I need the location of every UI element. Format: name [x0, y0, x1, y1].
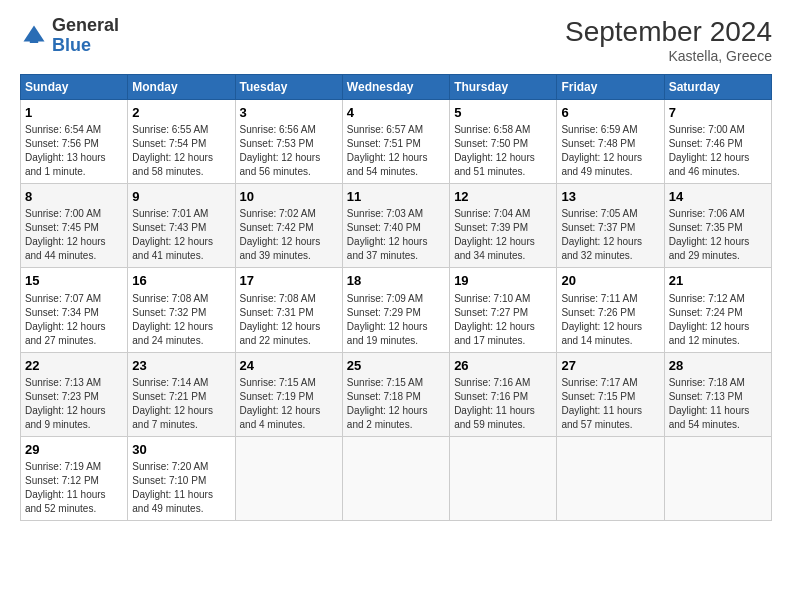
day-number: 21 — [669, 272, 767, 290]
day-info-line: and 14 minutes. — [561, 334, 659, 348]
day-info-line: Sunrise: 7:00 AM — [25, 207, 123, 221]
calendar-cell: 20Sunrise: 7:11 AMSunset: 7:26 PMDayligh… — [557, 268, 664, 352]
day-info-line: Daylight: 12 hours — [347, 320, 445, 334]
weekday-tuesday: Tuesday — [235, 75, 342, 100]
day-info-line: Daylight: 12 hours — [347, 151, 445, 165]
calendar-cell: 3Sunrise: 6:56 AMSunset: 7:53 PMDaylight… — [235, 100, 342, 184]
day-info-line: Sunrise: 6:55 AM — [132, 123, 230, 137]
calendar-week-row: 15Sunrise: 7:07 AMSunset: 7:34 PMDayligh… — [21, 268, 772, 352]
day-info-line: Sunrise: 7:00 AM — [669, 123, 767, 137]
weekday-row: SundayMondayTuesdayWednesdayThursdayFrid… — [21, 75, 772, 100]
calendar-cell: 6Sunrise: 6:59 AMSunset: 7:48 PMDaylight… — [557, 100, 664, 184]
day-number: 20 — [561, 272, 659, 290]
day-info-line: Sunrise: 7:06 AM — [669, 207, 767, 221]
day-info-line: Sunrise: 6:59 AM — [561, 123, 659, 137]
day-info-line: Sunset: 7:56 PM — [25, 137, 123, 151]
day-info-line: Sunrise: 6:58 AM — [454, 123, 552, 137]
day-info-line: Sunset: 7:23 PM — [25, 390, 123, 404]
day-info-line: Daylight: 12 hours — [132, 404, 230, 418]
weekday-monday: Monday — [128, 75, 235, 100]
day-info-line: Sunset: 7:35 PM — [669, 221, 767, 235]
day-info-line: Sunrise: 7:14 AM — [132, 376, 230, 390]
day-number: 10 — [240, 188, 338, 206]
day-number: 9 — [132, 188, 230, 206]
day-info-line: Sunset: 7:53 PM — [240, 137, 338, 151]
day-info-line: Sunset: 7:19 PM — [240, 390, 338, 404]
calendar-cell: 21Sunrise: 7:12 AMSunset: 7:24 PMDayligh… — [664, 268, 771, 352]
calendar-title: September 2024 — [565, 16, 772, 48]
day-info-line: Daylight: 12 hours — [561, 320, 659, 334]
calendar-cell: 17Sunrise: 7:08 AMSunset: 7:31 PMDayligh… — [235, 268, 342, 352]
calendar-cell: 30Sunrise: 7:20 AMSunset: 7:10 PMDayligh… — [128, 436, 235, 520]
day-info-line: and 49 minutes. — [561, 165, 659, 179]
day-info-line: and 52 minutes. — [25, 502, 123, 516]
day-info-line: Sunrise: 7:15 AM — [240, 376, 338, 390]
day-info-line: and 57 minutes. — [561, 418, 659, 432]
day-info-line: Daylight: 12 hours — [240, 151, 338, 165]
day-info-line: and 41 minutes. — [132, 249, 230, 263]
day-number: 11 — [347, 188, 445, 206]
day-info-line: Sunrise: 7:04 AM — [454, 207, 552, 221]
calendar-week-row: 29Sunrise: 7:19 AMSunset: 7:12 PMDayligh… — [21, 436, 772, 520]
day-info-line: Sunset: 7:16 PM — [454, 390, 552, 404]
day-info-line: Sunrise: 7:07 AM — [25, 292, 123, 306]
day-info-line: Sunrise: 7:11 AM — [561, 292, 659, 306]
day-info-line: Sunrise: 7:03 AM — [347, 207, 445, 221]
day-info-line: and 39 minutes. — [240, 249, 338, 263]
day-info-line: and 27 minutes. — [25, 334, 123, 348]
day-info-line: and 19 minutes. — [347, 334, 445, 348]
day-info-line: Sunset: 7:42 PM — [240, 221, 338, 235]
day-info-line: and 44 minutes. — [25, 249, 123, 263]
day-number: 8 — [25, 188, 123, 206]
logo-icon — [20, 22, 48, 50]
calendar-cell: 9Sunrise: 7:01 AMSunset: 7:43 PMDaylight… — [128, 184, 235, 268]
day-number: 18 — [347, 272, 445, 290]
day-info-line: and 4 minutes. — [240, 418, 338, 432]
day-info-line: Daylight: 12 hours — [132, 151, 230, 165]
day-info-line: Sunrise: 7:12 AM — [669, 292, 767, 306]
day-info-line: and 34 minutes. — [454, 249, 552, 263]
day-info-line: Sunrise: 7:15 AM — [347, 376, 445, 390]
day-info-line: Sunrise: 7:18 AM — [669, 376, 767, 390]
day-info-line: and 32 minutes. — [561, 249, 659, 263]
calendar-cell: 19Sunrise: 7:10 AMSunset: 7:27 PMDayligh… — [450, 268, 557, 352]
day-info-line: Sunset: 7:39 PM — [454, 221, 552, 235]
calendar-cell — [450, 436, 557, 520]
day-info-line: Sunset: 7:26 PM — [561, 306, 659, 320]
day-number: 25 — [347, 357, 445, 375]
day-info-line: Sunset: 7:12 PM — [25, 474, 123, 488]
calendar-week-row: 8Sunrise: 7:00 AMSunset: 7:45 PMDaylight… — [21, 184, 772, 268]
day-info-line: and 54 minutes. — [347, 165, 445, 179]
calendar-cell — [235, 436, 342, 520]
page: General Blue September 2024 Kastella, Gr… — [0, 0, 792, 533]
logo: General Blue — [20, 16, 119, 56]
day-info-line: Sunrise: 7:02 AM — [240, 207, 338, 221]
weekday-thursday: Thursday — [450, 75, 557, 100]
day-info-line: Sunset: 7:18 PM — [347, 390, 445, 404]
day-info-line: Daylight: 12 hours — [25, 404, 123, 418]
day-info-line: Sunset: 7:50 PM — [454, 137, 552, 151]
day-info-line: Sunset: 7:27 PM — [454, 306, 552, 320]
day-number: 4 — [347, 104, 445, 122]
day-info-line: and 58 minutes. — [132, 165, 230, 179]
day-info-line: Daylight: 12 hours — [132, 235, 230, 249]
header: General Blue September 2024 Kastella, Gr… — [20, 16, 772, 64]
logo-general: General — [52, 15, 119, 35]
day-info-line: Sunset: 7:34 PM — [25, 306, 123, 320]
day-info-line: Sunset: 7:15 PM — [561, 390, 659, 404]
day-info-line: Daylight: 11 hours — [561, 404, 659, 418]
calendar-cell: 14Sunrise: 7:06 AMSunset: 7:35 PMDayligh… — [664, 184, 771, 268]
day-number: 30 — [132, 441, 230, 459]
day-info-line: Sunrise: 7:16 AM — [454, 376, 552, 390]
day-info-line: Sunrise: 7:05 AM — [561, 207, 659, 221]
calendar-week-row: 22Sunrise: 7:13 AMSunset: 7:23 PMDayligh… — [21, 352, 772, 436]
calendar-cell: 24Sunrise: 7:15 AMSunset: 7:19 PMDayligh… — [235, 352, 342, 436]
day-info-line: Daylight: 12 hours — [347, 235, 445, 249]
day-info-line: Daylight: 11 hours — [669, 404, 767, 418]
calendar-subtitle: Kastella, Greece — [565, 48, 772, 64]
day-number: 3 — [240, 104, 338, 122]
calendar-cell: 23Sunrise: 7:14 AMSunset: 7:21 PMDayligh… — [128, 352, 235, 436]
day-info-line: Daylight: 11 hours — [454, 404, 552, 418]
day-info-line: Daylight: 11 hours — [132, 488, 230, 502]
day-info-line: Daylight: 12 hours — [25, 320, 123, 334]
